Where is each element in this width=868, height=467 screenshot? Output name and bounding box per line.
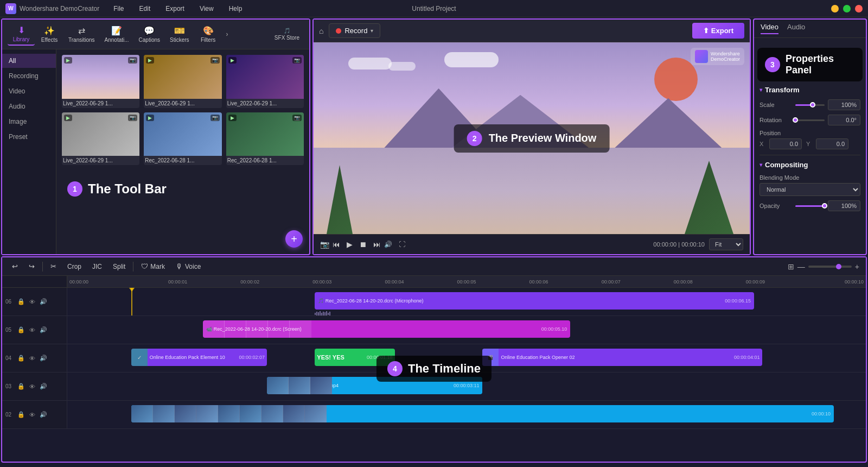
media-item[interactable]: ▶ 📷 Rec_2022-06-28 1...: [144, 112, 221, 166]
scale-input[interactable]: [828, 99, 860, 110]
track-lock-button[interactable]: 🔒: [16, 354, 26, 363]
stickers-icon: 🎫: [174, 26, 185, 36]
track-visibility-button[interactable]: 👁: [28, 411, 36, 419]
home-button[interactable]: ⌂: [319, 27, 323, 35]
sidebar-item-preset[interactable]: Preset: [2, 130, 56, 144]
sidebar-item-all[interactable]: All: [2, 54, 56, 68]
sidebar-item-recording[interactable]: Recording: [2, 69, 56, 83]
play-button[interactable]: ▶: [343, 238, 356, 251]
tab-audio[interactable]: Audio: [787, 23, 805, 34]
add-media-button[interactable]: +: [285, 230, 303, 248]
forward-button[interactable]: ⏭: [370, 238, 384, 251]
menu-view[interactable]: View: [196, 3, 217, 15]
tool-filters[interactable]: 🎨 Filters: [195, 23, 222, 45]
opacity-slider[interactable]: [795, 205, 825, 207]
menu-edit[interactable]: Edit: [136, 3, 154, 15]
screen-clip[interactable]: 📹 Rec_2022-06-28 14-20-20.dcrc (Screen) …: [203, 320, 570, 338]
track-visibility-button[interactable]: 👁: [28, 354, 36, 363]
track-lock-button[interactable]: 🔒: [16, 382, 26, 391]
clip-duration: 00:00:04:01: [734, 355, 762, 360]
app-logo: W Wondershare DemoCreator: [5, 3, 99, 14]
tool-stickers[interactable]: 🎫 Stickers: [165, 23, 194, 45]
track-mute-button[interactable]: 🔊: [39, 410, 48, 419]
scene-plants-right: [668, 148, 750, 234]
record-dot-icon: [336, 28, 341, 34]
sidebar-item-video[interactable]: Video: [2, 84, 56, 98]
track-mute-button[interactable]: 🔊: [39, 354, 48, 363]
more-tools-button[interactable]: ›: [224, 28, 231, 40]
record-button[interactable]: Record ▾: [329, 23, 380, 38]
element-clip[interactable]: ✓ Online Education Pack Element 10 00:00…: [131, 349, 267, 366]
sidebar-item-audio[interactable]: Audio: [2, 99, 56, 113]
rewind-button[interactable]: ⏮: [329, 238, 343, 251]
track-mute-button[interactable]: 🔊: [39, 297, 48, 306]
position-y-input[interactable]: [816, 138, 848, 149]
zoom-thumb: [836, 264, 841, 269]
tool-effects[interactable]: ✨ Effects: [36, 23, 63, 45]
track-visibility-button[interactable]: 👁: [28, 382, 36, 391]
minimize-button[interactable]: —: [831, 5, 839, 12]
ruler-mark: 00:00:07: [575, 279, 647, 285]
audio-clip[interactable]: 🎵 Rec_2022-06-28 14-20-20.dcrc (Micropho…: [315, 292, 754, 310]
tool-sfxstore[interactable]: 🎵 SFX Store: [270, 26, 304, 43]
track-visibility-button[interactable]: 👁: [28, 298, 36, 306]
rotation-input[interactable]: [828, 115, 860, 125]
zoom-in-button[interactable]: +: [855, 262, 859, 271]
grid-view-button[interactable]: ⊞: [788, 262, 794, 271]
clip-duration: 00:00:06.15: [725, 298, 751, 304]
scale-slider[interactable]: [795, 104, 825, 106]
track-area-02: Live_2022-06-29 15-37-58.mp4 00:00:10: [67, 401, 866, 428]
opener-clip[interactable]: 🎬 Online Education Pack Opener 02 00:00:…: [482, 349, 762, 366]
track-mute-button[interactable]: 🔊: [39, 325, 48, 335]
jic-button[interactable]: JIC: [89, 261, 105, 272]
track-lock-button[interactable]: 🔒: [16, 297, 26, 306]
track-mute-button[interactable]: 🔊: [39, 382, 48, 391]
tool-library[interactable]: ⬇ Library: [8, 23, 35, 46]
close-button[interactable]: ✕: [855, 5, 863, 12]
track-lock-button[interactable]: 🔒: [16, 325, 26, 335]
app-logo-icon: W: [5, 3, 16, 14]
tab-video[interactable]: Video: [761, 23, 778, 34]
sidebar-item-image[interactable]: Image: [2, 115, 56, 129]
redo-button[interactable]: ↪: [25, 261, 38, 272]
blending-mode-select[interactable]: Normal Multiply Screen: [760, 183, 860, 196]
export-button[interactable]: ⬆ Export: [692, 23, 744, 39]
track-lock-button[interactable]: 🔒: [16, 410, 26, 419]
media-item[interactable]: ▶ 📷 Rec_2022-06-28 1...: [226, 112, 304, 166]
yes-clip[interactable]: YES! YES 00:00:01.18: [315, 349, 394, 366]
menu-help[interactable]: Help: [226, 3, 246, 15]
opacity-input[interactable]: [828, 200, 860, 211]
live-clip-02[interactable]: Live_2022-06-29 15-37-58.mp4 00:00:10: [131, 405, 834, 422]
maximize-button[interactable]: ⬜: [843, 5, 851, 12]
properties-annotation: 3 Properties Panel: [757, 48, 863, 81]
tool-transitions[interactable]: ⇄ Transitions: [64, 23, 99, 45]
crop-button[interactable]: Crop: [64, 261, 85, 272]
media-item[interactable]: ▶ 📷 Live_2022-06-29 1...: [226, 55, 304, 108]
track-num: 04: [5, 355, 14, 361]
media-item[interactable]: ▶ 📷 Live_2022-06-29 1...: [62, 112, 139, 166]
captions-icon: 💬: [144, 26, 155, 36]
media-item[interactable]: ▶ 📷 Live_2022-06-29 1...: [144, 55, 221, 108]
rotation-slider[interactable]: [795, 119, 825, 121]
fit-select[interactable]: Fit 100% 50%: [709, 238, 743, 250]
crop-tool-button[interactable]: ✂: [47, 261, 60, 272]
live-clip-03[interactable]: Live_2022-06-29 15-40-49.mp4 00:00:03:11: [267, 377, 482, 394]
menu-export[interactable]: Export: [162, 3, 188, 15]
zoom-out-button[interactable]: —: [797, 262, 805, 271]
fullscreen-button[interactable]: ⛶: [399, 241, 405, 248]
screenshot-button[interactable]: 📷: [320, 240, 329, 249]
tool-captions[interactable]: 💬 Captions: [135, 23, 164, 45]
undo-button[interactable]: ↩: [9, 261, 21, 272]
volume-button[interactable]: 🔊: [384, 241, 392, 248]
position-x-input[interactable]: [769, 138, 802, 149]
mark-button[interactable]: 🛡 Mark: [138, 261, 168, 272]
voice-button[interactable]: 🎙 Voice: [173, 261, 204, 272]
media-item[interactable]: ▶ 📷 Live_2022-06-29 1...: [62, 55, 139, 108]
tool-annotations[interactable]: 📝 Annotati...: [100, 23, 133, 45]
annotations-icon: 📝: [111, 26, 122, 36]
split-button[interactable]: Split: [110, 261, 129, 272]
stop-button[interactable]: ⏹: [356, 238, 370, 251]
menu-file[interactable]: File: [110, 3, 127, 15]
track-visibility-button[interactable]: 👁: [28, 326, 36, 335]
zoom-bar[interactable]: [808, 266, 852, 268]
